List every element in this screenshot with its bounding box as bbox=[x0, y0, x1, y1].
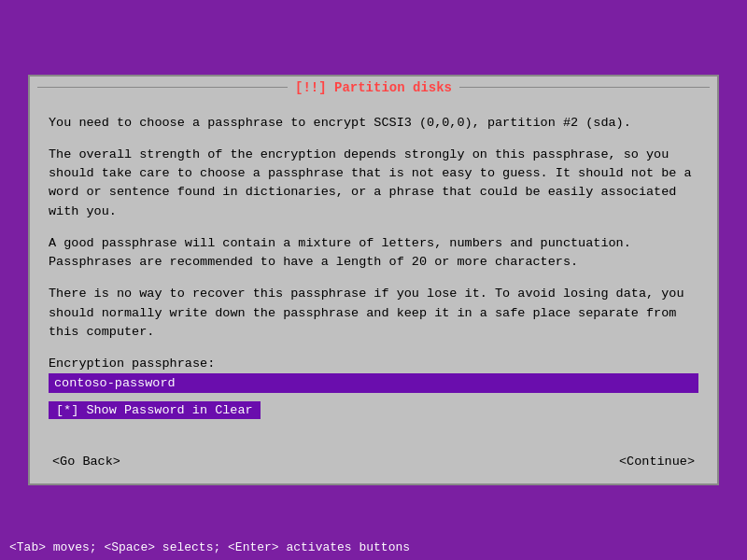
dialog-title-bar: [!!] Partition disks bbox=[30, 77, 717, 99]
dialog-title: [!!] Partition disks bbox=[295, 80, 452, 95]
paragraph-2: The overall strength of the encryption d… bbox=[49, 146, 698, 221]
show-password-button[interactable]: [*] Show Password in Clear bbox=[49, 401, 261, 419]
passphrase-label: Encryption passphrase: bbox=[49, 355, 698, 373]
continue-button[interactable]: <Continue> bbox=[615, 453, 698, 470]
dialog-buttons: <Go Back> <Continue> bbox=[30, 445, 717, 483]
paragraph-1: You need to choose a passphrase to encry… bbox=[49, 114, 698, 133]
dialog-window: [!!] Partition disks You need to choose … bbox=[28, 75, 719, 486]
paragraph-3: A good passphrase will contain a mixture… bbox=[49, 234, 698, 273]
dialog-content: You need to choose a passphrase to encry… bbox=[30, 99, 717, 446]
go-back-button[interactable]: <Go Back> bbox=[49, 453, 124, 470]
passphrase-input[interactable] bbox=[49, 373, 698, 393]
status-bar-text: <Tab> moves; <Space> selects; <Enter> ac… bbox=[9, 540, 410, 554]
paragraph-4: There is no way to recover this passphra… bbox=[49, 285, 698, 342]
status-bar: <Tab> moves; <Space> selects; <Enter> ac… bbox=[0, 535, 747, 560]
passphrase-input-row bbox=[49, 373, 698, 393]
